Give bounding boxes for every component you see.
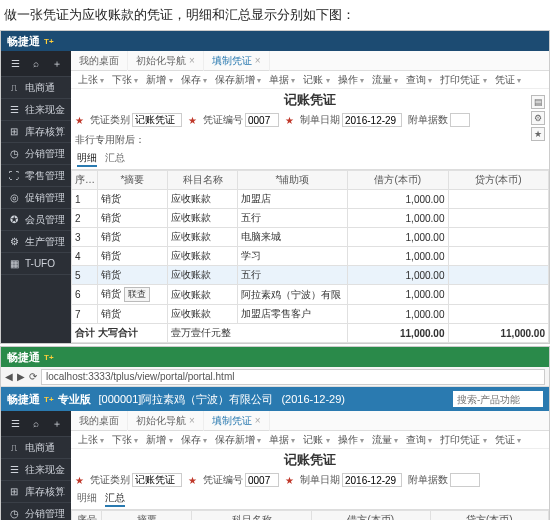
toolbar-item-11[interactable]: 凭证 xyxy=(492,433,524,447)
toolbar-item-3[interactable]: 保存 xyxy=(178,73,210,87)
subtab-summary[interactable]: 汇总 xyxy=(105,491,125,507)
sidebar-item-7[interactable]: ⚙生产管理 xyxy=(1,231,71,253)
col-header[interactable]: 借方(本币) xyxy=(348,171,449,190)
toolbar-item-5[interactable]: 单据 xyxy=(266,433,298,447)
toolbar-item-5[interactable]: 单据 xyxy=(266,73,298,87)
reload-icon[interactable]: ⟳ xyxy=(29,371,37,382)
sidebar-item-4[interactable]: ⛶零售管理 xyxy=(1,165,71,187)
sidebar-item-1[interactable]: ☰往来现金 xyxy=(1,459,71,481)
table-row[interactable]: 5销货应收账款五行1,000.00 xyxy=(72,266,549,285)
no-input[interactable] xyxy=(245,113,279,127)
toolbar-item-6[interactable]: 记账 xyxy=(300,433,332,447)
sidebar-item-5[interactable]: ◎促销管理 xyxy=(1,187,71,209)
toolbar-item-2[interactable]: 新增 xyxy=(143,433,175,447)
col-header[interactable]: 贷方(本币) xyxy=(430,511,549,521)
subtab-summary[interactable]: 汇总 xyxy=(105,151,125,167)
sidebar-item-8[interactable]: ▦T-UFO xyxy=(1,253,71,275)
tab-1[interactable]: 初始化导航× xyxy=(128,411,204,431)
close-icon[interactable]: × xyxy=(189,411,195,431)
col-header[interactable]: 摘要 xyxy=(102,511,192,521)
aux-icon-2[interactable]: ⚙ xyxy=(531,111,545,125)
col-header[interactable]: *辅助项 xyxy=(238,171,348,190)
toolbar-item-10[interactable]: 打印凭证 xyxy=(437,433,489,447)
toolbar-item-6[interactable]: 记账 xyxy=(300,73,332,87)
close-icon[interactable]: × xyxy=(189,51,195,71)
toolbar-item-8[interactable]: 流量 xyxy=(369,433,401,447)
sidebar-item-2[interactable]: ⊞库存核算 xyxy=(1,481,71,503)
cell-credit xyxy=(448,266,549,285)
sidebar-item-6[interactable]: ✪会员管理 xyxy=(1,209,71,231)
sidebar-item-1[interactable]: ☰往来现金 xyxy=(1,99,71,121)
subtab-detail[interactable]: 明细 xyxy=(77,151,97,167)
col-header[interactable]: 序号 xyxy=(72,511,102,521)
toolbar-item-11[interactable]: 凭证 xyxy=(492,73,524,87)
cell-aux: 加盟店零售客户 xyxy=(238,305,348,324)
type-input[interactable] xyxy=(132,113,182,127)
col-header[interactable]: 科目名称 xyxy=(168,171,238,190)
tab-0[interactable]: 我的桌面 xyxy=(71,51,128,71)
close-icon[interactable]: × xyxy=(255,411,261,431)
tab-1[interactable]: 初始化导航× xyxy=(128,51,204,71)
date-input[interactable] xyxy=(342,113,402,127)
toolbar-item-7[interactable]: 操作 xyxy=(335,433,367,447)
close-icon[interactable]: × xyxy=(255,51,261,71)
toolbar-item-10[interactable]: 打印凭证 xyxy=(437,73,489,87)
toolbar-item-0[interactable]: 上张 xyxy=(75,73,107,87)
toolbar-item-3[interactable]: 保存 xyxy=(178,433,210,447)
date-input[interactable] xyxy=(342,473,402,487)
star-icon: ★ xyxy=(188,115,197,126)
table-row[interactable]: 6销货 联查应收账款阿拉素鸡（宁波）有限1,000.00 xyxy=(72,285,549,305)
table-row[interactable]: 2销货应收账款五行1,000.00 xyxy=(72,209,549,228)
search-input[interactable] xyxy=(453,391,543,407)
cell-summary: 销货 xyxy=(98,209,168,228)
url-box[interactable]: localhost:3333/tplus/view/portal/portal.… xyxy=(41,369,545,385)
toolbar-item-8[interactable]: 流量 xyxy=(369,73,401,87)
col-header[interactable]: 科目名称 xyxy=(192,511,312,521)
lookup-button[interactable]: 联查 xyxy=(124,287,150,302)
app1-meta: ★ 凭证类别 ★ 凭证编号 ★ 制单日期 附单据数 xyxy=(71,111,549,149)
col-header[interactable]: *摘要 xyxy=(98,171,168,190)
table-row[interactable]: 4销货应收账款学习1,000.00 xyxy=(72,247,549,266)
subtab-detail[interactable]: 明细 xyxy=(77,491,97,507)
col-header[interactable]: 借方(本币) xyxy=(312,511,431,521)
aux-icon-1[interactable]: ▤ xyxy=(531,95,545,109)
toolbar-item-9[interactable]: 查询 xyxy=(403,433,435,447)
back-icon[interactable]: ◀ xyxy=(5,371,13,382)
menu-icon[interactable]: ☰ xyxy=(8,417,22,431)
toolbar-item-2[interactable]: 新增 xyxy=(143,73,175,87)
table-row[interactable]: 7销货应收账款加盟店零售客户1,000.00 xyxy=(72,305,549,324)
search-icon[interactable]: ⌕ xyxy=(29,417,43,431)
toolbar-item-7[interactable]: 操作 xyxy=(335,73,367,87)
cell-summary: 销货 xyxy=(98,228,168,247)
toolbar-item-4[interactable]: 保存新增 xyxy=(212,73,264,87)
search-icon[interactable]: ⌕ xyxy=(29,57,43,71)
sidebar-item-2[interactable]: ⊞库存核算 xyxy=(1,121,71,143)
cell-credit xyxy=(448,228,549,247)
aux-icon-3[interactable]: ★ xyxy=(531,127,545,141)
brand-name: 畅捷通 xyxy=(7,350,40,365)
no-input[interactable] xyxy=(245,473,279,487)
tab-2[interactable]: 填制凭证× xyxy=(204,51,270,71)
att-input[interactable] xyxy=(450,473,480,487)
sidebar-item-3[interactable]: ◷分销管理 xyxy=(1,503,71,520)
toolbar-item-9[interactable]: 查询 xyxy=(403,73,435,87)
plus-icon[interactable]: ＋ xyxy=(50,417,64,431)
toolbar-item-1[interactable]: 下张 xyxy=(109,73,141,87)
table-row[interactable]: 1销货应收账款加盟店1,000.00 xyxy=(72,190,549,209)
type-input[interactable] xyxy=(132,473,182,487)
toolbar-item-4[interactable]: 保存新增 xyxy=(212,433,264,447)
tab-2[interactable]: 填制凭证× xyxy=(204,411,270,431)
table-row[interactable]: 3销货应收账款电脑来城1,000.00 xyxy=(72,228,549,247)
col-header[interactable]: 序号 xyxy=(72,171,98,190)
plus-icon[interactable]: ＋ xyxy=(50,57,64,71)
fwd-icon[interactable]: ▶ xyxy=(17,371,25,382)
toolbar-item-0[interactable]: 上张 xyxy=(75,433,107,447)
sidebar-item-0[interactable]: ⎍电商通 xyxy=(1,437,71,459)
att-input[interactable] xyxy=(450,113,470,127)
sidebar-item-3[interactable]: ◷分销管理 xyxy=(1,143,71,165)
tab-0[interactable]: 我的桌面 xyxy=(71,411,128,431)
col-header[interactable]: 贷方(本币) xyxy=(448,171,549,190)
sidebar-item-0[interactable]: ⎍电商通 xyxy=(1,77,71,99)
menu-icon[interactable]: ☰ xyxy=(8,57,22,71)
toolbar-item-1[interactable]: 下张 xyxy=(109,433,141,447)
